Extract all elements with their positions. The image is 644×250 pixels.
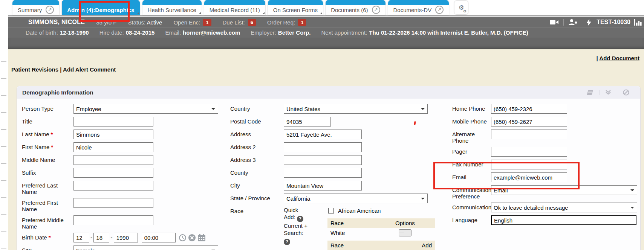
form-row-address-2: Address 2 xyxy=(230,142,436,152)
patient-revisions-link[interactable]: Patient Revisions xyxy=(11,66,58,73)
race-quick-add-option: African American xyxy=(328,207,435,214)
calendar-icon[interactable] xyxy=(197,234,206,242)
chart-icon[interactable] xyxy=(634,19,642,26)
checkbox-label: African American xyxy=(338,207,381,214)
birth-year-field[interactable] xyxy=(114,233,138,242)
patient-info-bar: Date of birth:12-18-1990 Hire date:08-24… xyxy=(8,27,644,38)
external-link-icon[interactable]: ↗ xyxy=(46,6,54,14)
field-label: Mobile Phone xyxy=(452,117,491,127)
last-name-field[interactable] xyxy=(73,130,153,139)
state-province-select[interactable]: California xyxy=(284,194,428,203)
clock-icon[interactable] xyxy=(179,234,187,242)
external-link-icon[interactable]: ↗ xyxy=(372,6,380,14)
field-label: County xyxy=(230,168,284,178)
patient-age-sex: 35 y/o F xyxy=(96,19,116,26)
tab-medical-record[interactable]: Medical Record (11) xyxy=(204,0,265,15)
selected-value: Employee xyxy=(76,106,101,112)
home-phone-field[interactable] xyxy=(491,104,567,114)
add-column-header: Add xyxy=(412,241,435,250)
race-search-table: Race Add xyxy=(327,241,435,250)
clear-date-icon[interactable] xyxy=(188,234,196,242)
remove-race-button[interactable]: — xyxy=(399,229,411,236)
tab-documents[interactable]: Documents (6) ↗ xyxy=(326,0,385,15)
add-document-link[interactable]: Add Document xyxy=(599,55,639,61)
help-icon[interactable]: ? xyxy=(297,216,303,222)
form-row-email: Email xyxy=(452,172,644,182)
country-select[interactable]: United States xyxy=(284,104,428,114)
form-row-preferred-middle-name: Preferred Middle Name xyxy=(22,215,227,230)
disable-icon[interactable] xyxy=(617,89,635,96)
field-label: State / Province xyxy=(230,194,284,203)
county-field[interactable] xyxy=(284,168,362,178)
video-camera-icon[interactable] xyxy=(550,19,559,25)
pager-field[interactable] xyxy=(491,147,567,157)
lightning-icon[interactable] xyxy=(587,19,591,26)
selected-value: Email xyxy=(494,187,508,194)
alternate-phone-field[interactable] xyxy=(491,130,567,139)
tab-settings[interactable]: ⚙ ⚙ xyxy=(454,1,468,14)
current-search-text: Search: xyxy=(284,230,303,236)
add-alert-comment-link[interactable]: Add Alert Comment xyxy=(63,66,116,73)
tab-on-screen-forms[interactable]: On Screen Forms xyxy=(268,0,323,15)
hire-date-value: 08-24-2015 xyxy=(126,29,155,36)
preferred-first-name-field[interactable] xyxy=(73,198,153,208)
tab-documents-label: Documents (6) xyxy=(331,7,368,13)
sex-select[interactable]: Female xyxy=(73,245,218,250)
address-2-field[interactable] xyxy=(284,142,362,152)
collapse-chevrons-icon[interactable] xyxy=(599,90,617,95)
fax-number-field[interactable] xyxy=(491,160,567,169)
employer-value: Better Corp. xyxy=(278,29,311,36)
form-row-language: Language xyxy=(452,215,644,225)
tab-summary[interactable]: Summary ↗ xyxy=(12,0,59,15)
tab-forms-label: On Screen Forms xyxy=(273,7,318,13)
communication-preference-select[interactable]: Email xyxy=(491,185,637,195)
status-label: Status: xyxy=(128,19,145,26)
form-row-address: Address xyxy=(230,130,436,139)
gear-icon: ⚙ xyxy=(463,9,467,13)
external-link-icon[interactable]: ↗ xyxy=(435,6,444,14)
open-enc-badge[interactable]: 1 xyxy=(203,19,211,26)
field-label: Pager xyxy=(452,147,491,157)
help-icon[interactable]: ? xyxy=(284,239,290,245)
form-row-title: Title xyxy=(22,117,227,127)
title-field[interactable] xyxy=(73,117,153,127)
tab-health-surveillance[interactable]: Health Surveillance xyxy=(142,0,202,15)
first-name-field[interactable] xyxy=(73,142,153,152)
language-field[interactable] xyxy=(491,215,636,225)
mobile-phone-field[interactable] xyxy=(491,117,567,127)
postal-code-field[interactable] xyxy=(284,117,331,127)
address-3-field[interactable] xyxy=(284,155,362,165)
african-american-checkbox[interactable] xyxy=(328,208,334,213)
middle-name-field[interactable] xyxy=(73,155,153,165)
field-label: Birth Date xyxy=(22,234,47,241)
due-list-badge[interactable]: 6 xyxy=(248,19,256,26)
field-label: Title xyxy=(22,117,73,127)
order-req-badge[interactable]: 1 xyxy=(298,19,306,26)
form-row-first-name: First Name* xyxy=(22,142,227,152)
address-field[interactable] xyxy=(284,130,362,139)
add-person-icon[interactable] xyxy=(568,19,577,26)
city-field[interactable] xyxy=(284,181,362,191)
journal-icon[interactable] xyxy=(581,90,599,95)
birth-time-field[interactable] xyxy=(142,233,176,242)
status-value: Active xyxy=(147,19,162,26)
field-label: Address xyxy=(230,130,284,139)
form-row-sex: Sex Female xyxy=(22,245,227,250)
communication-select[interactable]: Ok to leave detailed message xyxy=(491,203,637,212)
form-column-1: Person Type Employee Title Last Name* Fi… xyxy=(22,104,227,250)
field-label: Country xyxy=(230,104,284,114)
person-type-select[interactable]: Employee xyxy=(73,104,218,114)
field-label: City xyxy=(230,181,284,191)
panel-title: Demographic Information xyxy=(22,89,93,96)
birth-month-field[interactable] xyxy=(73,233,89,242)
tab-admin-demographics[interactable]: Admin (4):Demographics xyxy=(62,0,139,15)
preferred-middle-name-field[interactable] xyxy=(73,215,153,225)
form-row-fax-number: Fax Number xyxy=(452,160,644,169)
preferred-last-name-field[interactable] xyxy=(73,181,153,191)
email-field[interactable] xyxy=(491,172,567,182)
suffix-field[interactable] xyxy=(73,168,153,178)
birth-day-field[interactable] xyxy=(93,233,109,242)
form-row-preferred-first-name: Preferred First Name xyxy=(22,198,227,212)
demographic-panel: Demographic Information xyxy=(17,86,641,250)
tab-documents-dv[interactable]: Documents-DV ↗ xyxy=(388,0,449,15)
